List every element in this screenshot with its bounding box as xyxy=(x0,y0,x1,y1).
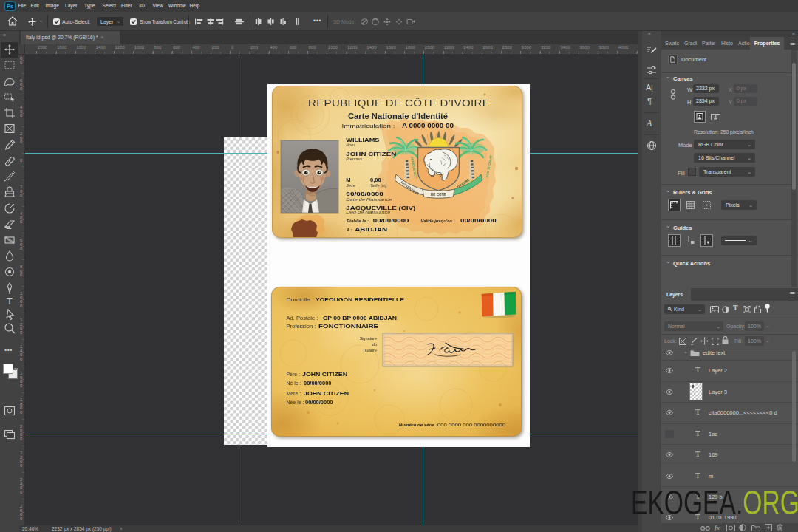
svg-text:A 0000 0000 00: A 0000 0000 00 xyxy=(402,122,454,129)
svg-text:Lieu de Naissance: Lieu de Naissance xyxy=(346,210,390,214)
svg-text:00/00/0000: 00/00/0000 xyxy=(305,399,333,406)
svg-text:Père :: Père : xyxy=(286,372,300,377)
svg-text:Ad. Postale :: Ad. Postale : xyxy=(286,316,318,321)
svg-text:JOHN CITIZEN: JOHN CITIZEN xyxy=(302,371,347,378)
svg-text:YOPOUGON RESIDENTIELLE: YOPOUGON RESIDENTIELLE xyxy=(316,296,405,303)
svg-text:Etablie le :: Etablie le : xyxy=(347,219,369,223)
svg-text:Titulaire: Titulaire xyxy=(363,348,377,352)
svg-text:CP 00 BP 0000 ABIDJAN: CP 00 BP 0000 ABIDJAN xyxy=(323,315,397,321)
svg-text:00/00/0000: 00/00/0000 xyxy=(460,217,497,224)
svg-text:Valide jusqu'au :: Valide jusqu'au : xyxy=(421,219,455,223)
svg-text:Carte Nationale d'Identité: Carte Nationale d'Identité xyxy=(348,112,448,120)
svg-text:FONCTIONNAIRE: FONCTIONNAIRE xyxy=(318,323,379,330)
svg-text:Signature: Signature xyxy=(359,336,377,341)
svg-text:JOHN CITIZEN: JOHN CITIZEN xyxy=(304,390,349,397)
svg-text:Immatriculation :: Immatriculation : xyxy=(342,123,395,129)
svg-text:A :: A : xyxy=(346,228,352,232)
svg-text:Taille (m): Taille (m) xyxy=(370,183,387,188)
svg-text:DE COTE: DE COTE xyxy=(431,193,446,197)
svg-text:Prenoms: Prenoms xyxy=(346,157,362,161)
svg-text:Sexe: Sexe xyxy=(346,183,355,188)
svg-text:Née le :: Née le : xyxy=(286,400,304,405)
svg-text:ABIDJAN: ABIDJAN xyxy=(355,226,387,233)
svg-text:Date de Naissance: Date de Naissance xyxy=(346,197,392,202)
svg-text:Nom: Nom xyxy=(346,143,355,147)
svg-text:REPUBLIQUE DE CÔTE D'IVOIRE: REPUBLIQUE DE CÔTE D'IVOIRE xyxy=(308,98,490,109)
svg-text:Mère :: Mère : xyxy=(286,391,301,396)
svg-text:00/00/0000: 00/00/0000 xyxy=(373,217,409,224)
svg-text:du: du xyxy=(372,342,377,347)
svg-text:000 0000 000 0000000000: 000 0000 000 0000000000 xyxy=(437,422,506,427)
svg-text:00/00/0000: 00/00/0000 xyxy=(304,380,332,386)
svg-text:Profession :: Profession : xyxy=(286,324,316,329)
svg-text:Numéro de série :: Numéro de série : xyxy=(399,422,437,427)
svg-text:Domicile :: Domicile : xyxy=(286,297,313,302)
svg-text:Né le :: Né le : xyxy=(286,381,301,386)
